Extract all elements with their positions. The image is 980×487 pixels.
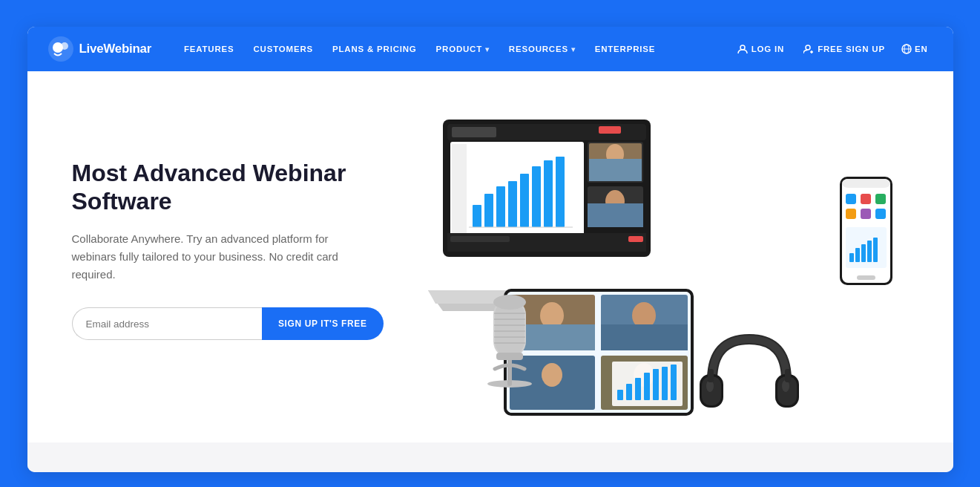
svg-rect-22 [496, 353, 523, 360]
login-icon [737, 44, 748, 54]
hero-subtitle: Collaborate Anywhere. Try an advanced pl… [72, 230, 354, 284]
logo-icon [48, 36, 73, 62]
svg-rect-43 [589, 159, 642, 181]
hero-content: Most Advanced Webinar Software Collabora… [72, 159, 413, 385]
brand-name: LiveWebinar [79, 42, 151, 56]
nav-product[interactable]: PRODUCT ▾ [427, 39, 499, 59]
nav-links: FEATURES CUSTOMERS PLANS & PRICING PRODU… [175, 39, 730, 59]
headphones-image [694, 328, 805, 420]
outer-wrapper: LiveWebinar FEATURES CUSTOMERS PLANS & P… [16, 15, 965, 484]
svg-rect-63 [861, 244, 866, 262]
nav-plans-pricing[interactable]: PLANS & PRICING [323, 39, 426, 59]
nav-enterprise[interactable]: ENTERPRISE [586, 39, 665, 59]
nav-customers[interactable]: CUSTOMERS [245, 39, 322, 59]
product-dropdown-arrow: ▾ [485, 45, 490, 53]
microphone-image [473, 276, 547, 390]
svg-rect-54 [846, 194, 856, 204]
svg-rect-65 [873, 238, 878, 262]
globe-icon [901, 44, 912, 54]
resources-dropdown-arrow: ▾ [571, 45, 576, 53]
svg-rect-64 [867, 241, 872, 262]
svg-rect-75 [601, 324, 688, 350]
svg-rect-95 [785, 369, 791, 382]
nav-resources[interactable]: RESOURCES ▾ [500, 39, 585, 59]
svg-rect-27 [452, 127, 496, 137]
svg-rect-84 [644, 373, 650, 400]
svg-point-20 [493, 295, 526, 310]
svg-point-3 [740, 45, 745, 50]
svg-point-4 [806, 45, 810, 50]
svg-rect-83 [635, 378, 641, 400]
svg-rect-57 [846, 209, 856, 219]
svg-point-2 [61, 42, 68, 50]
svg-rect-94 [708, 369, 714, 382]
svg-rect-35 [520, 174, 529, 227]
signup-form: SIGN UP IT'S FREE [72, 307, 384, 340]
signup-button[interactable]: SIGN UP IT'S FREE [262, 307, 384, 340]
email-input[interactable] [72, 307, 262, 340]
svg-rect-53 [842, 179, 890, 188]
svg-rect-36 [532, 166, 541, 227]
signup-button[interactable]: FREE SIGN UP [796, 38, 892, 60]
hero-title: Most Advanced Webinar Software [72, 159, 413, 216]
svg-rect-30 [452, 144, 467, 233]
svg-rect-46 [588, 203, 643, 227]
svg-rect-58 [861, 209, 871, 219]
svg-rect-66 [857, 275, 875, 280]
svg-rect-49 [628, 236, 643, 242]
main-card: LiveWebinar FEATURES CUSTOMERS PLANS & P… [27, 27, 953, 472]
svg-rect-47 [447, 233, 646, 252]
login-button[interactable]: LOG IN [730, 38, 792, 60]
svg-rect-55 [861, 194, 871, 204]
logo-link[interactable]: LiveWebinar [48, 36, 151, 62]
add-user-icon [803, 44, 814, 54]
navbar: LiveWebinar FEATURES CUSTOMERS PLANS & P… [27, 27, 953, 71]
svg-rect-28 [599, 126, 621, 134]
svg-rect-59 [875, 209, 886, 219]
svg-rect-62 [855, 248, 860, 262]
svg-rect-37 [544, 160, 553, 227]
svg-rect-38 [556, 157, 565, 227]
phone-image [838, 175, 894, 290]
svg-rect-61 [849, 253, 854, 262]
svg-rect-34 [508, 181, 517, 227]
svg-rect-11 [507, 358, 512, 386]
svg-rect-32 [484, 194, 493, 227]
hero-visual [428, 108, 909, 435]
svg-rect-31 [473, 205, 481, 227]
svg-rect-85 [653, 369, 659, 400]
hero-section: Most Advanced Webinar Software Collabora… [27, 71, 953, 442]
svg-rect-86 [662, 367, 668, 400]
svg-rect-48 [450, 236, 510, 242]
svg-rect-33 [496, 186, 505, 227]
svg-rect-87 [671, 365, 677, 400]
hero-bottom-bg [27, 442, 953, 472]
svg-rect-56 [875, 194, 886, 204]
nav-features[interactable]: FEATURES [175, 39, 243, 59]
language-selector[interactable]: EN [897, 38, 933, 60]
nav-right: LOG IN FREE SIGN UP [730, 38, 933, 60]
svg-rect-82 [626, 384, 632, 400]
svg-rect-81 [617, 390, 623, 400]
